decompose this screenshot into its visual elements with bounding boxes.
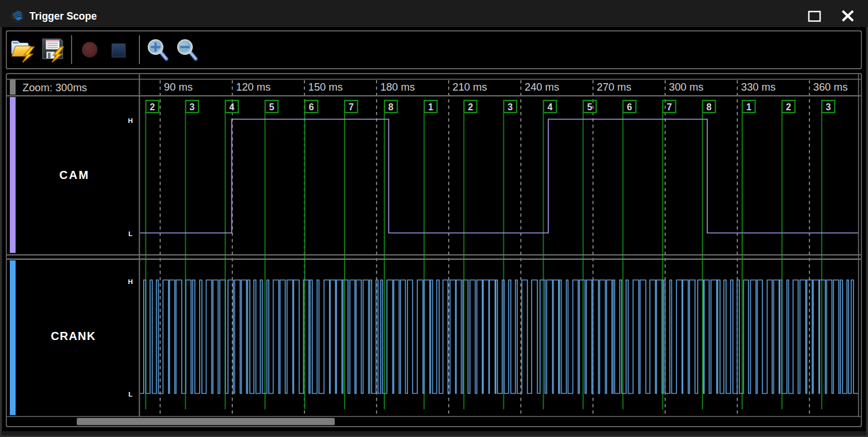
svg-text:6: 6 [309, 102, 314, 112]
svg-text:90 ms: 90 ms [164, 81, 193, 93]
svg-text:300 ms: 300 ms [669, 81, 704, 93]
svg-text:Trigger Scope: Trigger Scope [29, 10, 97, 22]
svg-text:Zoom: 300ms: Zoom: 300ms [23, 81, 87, 94]
svg-text:6: 6 [627, 102, 632, 112]
svg-text:4: 4 [229, 102, 234, 112]
svg-text:330 ms: 330 ms [741, 81, 776, 93]
svg-text:8: 8 [706, 102, 712, 112]
svg-text:1: 1 [746, 102, 751, 112]
svg-text:1: 1 [428, 102, 433, 112]
svg-text:7: 7 [667, 102, 672, 112]
svg-text:2: 2 [468, 102, 473, 112]
svg-text:210 ms: 210 ms [452, 81, 487, 93]
svg-text:7: 7 [349, 102, 354, 112]
svg-text:240 ms: 240 ms [525, 81, 559, 93]
svg-text:360 ms: 360 ms [813, 81, 848, 93]
svg-text:5: 5 [587, 102, 592, 112]
svg-text:2: 2 [149, 102, 155, 112]
svg-text:CAM: CAM [59, 169, 90, 181]
svg-text:270 ms: 270 ms [597, 81, 631, 93]
svg-text:CRANK: CRANK [51, 330, 96, 342]
svg-text:150 ms: 150 ms [308, 81, 343, 93]
svg-text:3: 3 [189, 102, 194, 112]
svg-text:3: 3 [508, 102, 513, 112]
svg-text:L: L [128, 230, 132, 237]
svg-text:180 ms: 180 ms [380, 81, 415, 93]
svg-text:120 ms: 120 ms [236, 81, 271, 93]
svg-text:H: H [128, 278, 133, 285]
svg-text:4: 4 [547, 102, 552, 112]
svg-text:8: 8 [388, 102, 394, 112]
svg-text:5: 5 [269, 102, 274, 112]
svg-text:2: 2 [786, 102, 791, 112]
svg-text:L: L [128, 391, 132, 398]
svg-text:3: 3 [826, 102, 831, 112]
svg-text:H: H [128, 117, 133, 124]
